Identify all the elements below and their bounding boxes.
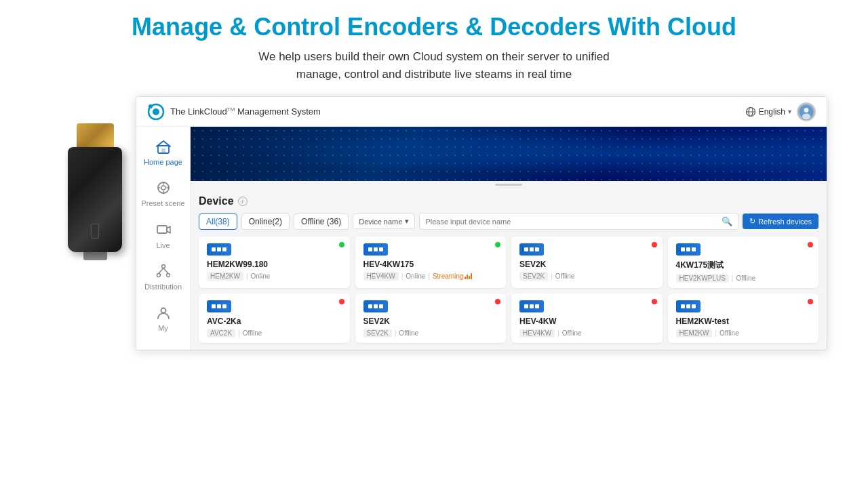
device-model: HEV4KW (363, 272, 399, 281)
svg-rect-10 (161, 148, 165, 153)
svg-point-1 (153, 108, 159, 115)
device-icon-row (519, 243, 654, 256)
search-icon[interactable]: 🔍 (722, 216, 732, 226)
device-card-1[interactable]: HEV-4KW175 HEV4KW | Online | Streaming (355, 237, 507, 288)
filter-offline[interactable]: Offline (36) (294, 214, 349, 230)
device-name: HEV-4KW (519, 317, 654, 326)
device-card-7[interactable]: HEM2KW-test HEM2KW | Offline (668, 293, 819, 343)
device-card-5[interactable]: SEV2K SEV2K | Offline (355, 293, 507, 343)
device-icon-block (676, 300, 701, 312)
logo-text: The LinkCloudTM Management System (170, 106, 321, 117)
device-icon-row (676, 243, 811, 256)
page-title: Manage & Control Encoders & Decoders Wit… (68, 12, 800, 41)
device-name: SEV2K (519, 260, 654, 269)
preset-icon (156, 180, 171, 197)
status-dot-online (339, 242, 344, 247)
home-icon (156, 139, 171, 156)
device-status: Online (406, 272, 425, 280)
device-model: HEM2KW (676, 329, 713, 338)
status-dot-offline (808, 299, 813, 304)
status-dot-offline (495, 299, 500, 304)
device-card-2[interactable]: SEV2K SEV2K | Offline (511, 237, 663, 288)
header-subtitle: We help users build their own Cloud syst… (68, 48, 800, 83)
device-icon-block (363, 300, 388, 312)
header-section: Manage & Control Encoders & Decoders Wit… (0, 0, 868, 89)
status-dot-online (495, 242, 500, 247)
device-header: Device i (199, 195, 818, 207)
device-status: Offline (555, 272, 575, 280)
search-input-wrap: 🔍 (419, 213, 738, 230)
device-meta: SEV2K | Offline (363, 329, 498, 338)
sidebar-item-distribution[interactable]: Distribution (136, 257, 190, 298)
filter-all[interactable]: All(38) (199, 214, 237, 230)
device-name: SEV2K (363, 317, 498, 326)
sidebar-item-my[interactable]: My (136, 298, 190, 340)
status-dot-offline (652, 299, 657, 304)
refresh-button[interactable]: ↻ Refresh devices (743, 214, 818, 229)
sidebar-label-home: Home page (144, 158, 182, 167)
device-icon-block (207, 300, 231, 312)
distribution-icon (156, 264, 171, 281)
device-meta: HEV4KW | Online | Streaming (363, 272, 498, 281)
svg-point-20 (166, 273, 170, 277)
language-text: English (759, 107, 785, 117)
sidebar-label-live: Live (156, 241, 170, 250)
streaming-bars (465, 273, 472, 279)
device-model: HEV2KWPLUS (676, 274, 729, 283)
ui-body: Home page Preset scene (136, 127, 827, 350)
device-meta: SEV2K | Offline (519, 272, 654, 281)
hdmi-connector-top (77, 123, 114, 147)
scroll-indicator (191, 181, 827, 188)
content-area: The LinkCloudTM Management System Englis… (0, 89, 868, 350)
main-content: Device i All(38) Online(2) Offline (36) … (191, 127, 827, 350)
logo-area: The LinkCloudTM Management System (147, 103, 745, 121)
device-icon-block (519, 300, 544, 312)
sidebar-label-distribution: Distribution (144, 283, 182, 291)
device-card-0[interactable]: HEM2KW99.180 HEM2KW | Online (199, 237, 350, 288)
device-model: SEV2K (519, 272, 548, 281)
search-input[interactable] (425, 218, 719, 226)
device-icon-block (519, 243, 544, 256)
device-name: 4KW175测试 (676, 260, 811, 271)
live-icon (156, 222, 171, 239)
scroll-bar (495, 184, 522, 186)
device-icon-row (207, 300, 342, 312)
svg-point-23 (161, 308, 165, 312)
avatar[interactable] (797, 102, 816, 121)
status-dot-offline (339, 299, 344, 304)
refresh-icon: ↻ (749, 217, 755, 226)
device-card-6[interactable]: HEV-4KW HEV4KW | Offline (511, 293, 663, 343)
device-name: HEM2KW99.180 (207, 260, 342, 269)
hdmi-body (68, 147, 122, 252)
svg-point-8 (802, 113, 810, 119)
svg-point-18 (161, 264, 165, 268)
logo-icon (147, 103, 165, 121)
device-name: HEV-4KW175 (363, 260, 498, 269)
device-icon-row (207, 243, 342, 256)
banner (191, 127, 827, 181)
device-icon-row (363, 243, 498, 256)
device-icon-row (676, 300, 811, 312)
language-selector[interactable]: English ▾ (745, 106, 791, 117)
my-icon (156, 305, 171, 322)
device-icon-block (207, 243, 231, 256)
device-model: AVC2K (207, 329, 235, 338)
svg-point-2 (149, 104, 153, 108)
streaming-indicator: Streaming (433, 272, 473, 280)
device-section: Device i All(38) Online(2) Offline (36) … (191, 188, 827, 350)
device-card-4[interactable]: AVC-2Ka AVC2K | Offline (199, 293, 350, 343)
device-status: Online (251, 272, 271, 280)
hdmi-connector-bottom (83, 252, 107, 260)
device-name: HEM2KW-test (676, 317, 811, 326)
device-icon-block (363, 243, 388, 256)
device-model: SEV2K (363, 329, 392, 338)
device-status: Offline (562, 329, 582, 337)
svg-line-22 (163, 268, 168, 273)
filter-bar: All(38) Online(2) Offline (36) Device na… (199, 213, 818, 230)
top-nav: The LinkCloudTM Management System Englis… (136, 97, 827, 127)
device-card-3[interactable]: 4KW175测试 HEV2KWPLUS | Offline (668, 237, 819, 288)
device-name-select[interactable]: Device name ▾ (353, 214, 415, 229)
filter-online[interactable]: Online(2) (241, 214, 290, 230)
device-meta: HEV4KW | Offline (519, 329, 654, 338)
device-name: AVC-2Ka (207, 317, 342, 326)
